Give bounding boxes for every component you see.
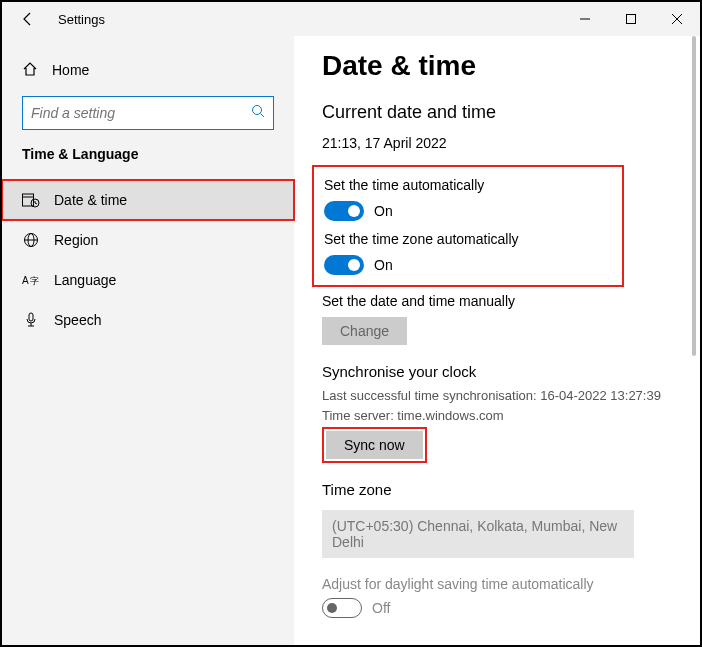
auto-time-label: Set the time automatically [324, 177, 612, 193]
svg-rect-16 [29, 313, 33, 321]
auto-tz-state: On [374, 257, 393, 273]
current-datetime-heading: Current date and time [322, 102, 670, 123]
svg-rect-1 [627, 15, 636, 24]
maximize-button[interactable] [608, 2, 654, 36]
auto-time-state: On [374, 203, 393, 219]
window-title: Settings [58, 12, 105, 27]
auto-time-toggle[interactable] [324, 201, 364, 221]
dst-state: Off [372, 600, 390, 616]
sync-server: Time server: time.windows.com [322, 406, 670, 426]
sidebar-item-speech[interactable]: Speech [2, 300, 294, 340]
sidebar-item-region[interactable]: Region [2, 220, 294, 260]
auto-tz-label: Set the time zone automatically [324, 231, 612, 247]
current-datetime-value: 21:13, 17 April 2022 [322, 135, 670, 151]
sidebar-category: Time & Language [2, 146, 294, 172]
svg-text:A: A [22, 275, 29, 286]
close-button[interactable] [654, 2, 700, 36]
sidebar-item-language[interactable]: A字 Language [2, 260, 294, 300]
sidebar-item-label: Speech [54, 312, 101, 328]
manual-label: Set the date and time manually [322, 293, 670, 309]
scrollbar[interactable] [692, 36, 696, 356]
search-icon [251, 104, 265, 122]
dst-label: Adjust for daylight saving time automati… [322, 576, 670, 592]
sync-now-button[interactable]: Sync now [326, 431, 423, 459]
back-button[interactable] [16, 7, 40, 31]
auto-tz-toggle[interactable] [324, 255, 364, 275]
minimize-button[interactable] [562, 2, 608, 36]
svg-text:字: 字 [30, 276, 39, 286]
sidebar-item-date-time[interactable]: Date & time [2, 180, 294, 220]
svg-line-5 [261, 114, 265, 118]
svg-line-10 [35, 203, 37, 204]
search-input-wrap[interactable] [22, 96, 274, 130]
home-icon [22, 61, 38, 80]
globe-icon [22, 232, 40, 248]
sync-heading: Synchronise your clock [322, 363, 670, 380]
dst-toggle [322, 598, 362, 618]
calendar-clock-icon [22, 192, 40, 208]
timezone-select: (UTC+05:30) Chennai, Kolkata, Mumbai, Ne… [322, 510, 634, 558]
sidebar-home[interactable]: Home [2, 50, 294, 90]
sidebar-home-label: Home [52, 62, 89, 78]
language-icon: A字 [22, 273, 40, 287]
sidebar-item-label: Date & time [54, 192, 127, 208]
main-panel: Date & time Current date and time 21:13,… [294, 36, 700, 645]
timezone-heading: Time zone [322, 481, 670, 498]
sync-highlight: Sync now [322, 427, 427, 463]
sync-last: Last successful time synchronisation: 16… [322, 386, 670, 406]
sidebar-item-label: Region [54, 232, 98, 248]
auto-settings-highlight: Set the time automatically On Set the ti… [312, 165, 624, 287]
change-button: Change [322, 317, 407, 345]
search-input[interactable] [31, 105, 251, 121]
sidebar: Home Time & Language Date & time [2, 36, 294, 645]
page-title: Date & time [322, 50, 670, 82]
sidebar-item-label: Language [54, 272, 116, 288]
microphone-icon [22, 312, 40, 328]
svg-point-4 [253, 106, 262, 115]
titlebar: Settings [2, 2, 700, 36]
